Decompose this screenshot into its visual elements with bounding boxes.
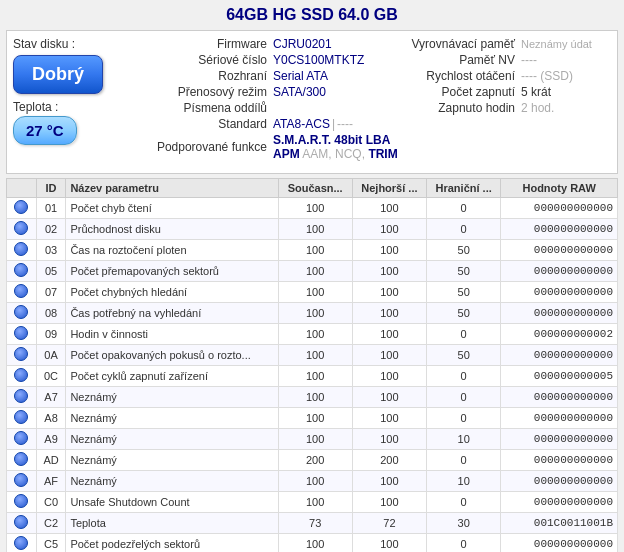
table-row: A8Neznámý1001000000000000000 — [7, 408, 618, 429]
row-worst: 100 — [352, 408, 426, 429]
serial-value: Y0CS100MTKTZ — [273, 53, 364, 67]
row-name: Hodin v činnosti — [66, 324, 278, 345]
status-dot-icon — [14, 368, 28, 382]
table-row: 0APočet opakovaných pokusů o rozto...100… — [7, 345, 618, 366]
row-current: 100 — [278, 282, 352, 303]
row-id: A8 — [36, 408, 66, 429]
row-name: Neznámý — [66, 450, 278, 471]
sup-smart: S.M.A.R.T. — [273, 133, 331, 147]
transfer-row: Přenosový režim SATA/300 — [143, 85, 401, 99]
col-name: Název parametru — [66, 179, 278, 198]
row-current: 100 — [278, 324, 352, 345]
row-current: 100 — [278, 240, 352, 261]
table-row: 03Čas na roztočení ploten100100500000000… — [7, 240, 618, 261]
supported-label: Podporované funkce — [143, 140, 273, 154]
row-id: 02 — [36, 219, 66, 240]
table-row: 08Čas potřebný na vyhledání1001005000000… — [7, 303, 618, 324]
row-dot-cell — [7, 408, 37, 429]
status-dot-icon — [14, 347, 28, 361]
row-name: Teplota — [66, 513, 278, 534]
row-current: 100 — [278, 198, 352, 219]
row-current: 100 — [278, 261, 352, 282]
row-dot-cell — [7, 387, 37, 408]
row-dot-cell — [7, 513, 37, 534]
row-name: Počet podezřelých sektorů — [66, 534, 278, 553]
row-raw: 000000000000 — [501, 282, 618, 303]
zapnuto-value: 2 hod. — [521, 101, 554, 115]
standard-row: Standard ATA8-ACS | ---- — [143, 117, 401, 131]
status-dot-icon — [14, 536, 28, 550]
row-id: 08 — [36, 303, 66, 324]
row-dot-cell — [7, 303, 37, 324]
row-thresh: 50 — [427, 303, 501, 324]
vyr-pamet-label: Vyrovnávací paměť — [411, 37, 521, 51]
left-status: Stav disku : Dobrý Teplota : 27 °C — [13, 37, 133, 145]
pocet-zapnuti-label: Počet zapnutí — [411, 85, 521, 99]
status-dot-icon — [14, 494, 28, 508]
row-raw: 000000000000 — [501, 429, 618, 450]
rychlost-row: Rychlost otáčení ---- (SSD) — [411, 69, 611, 83]
row-current: 100 — [278, 303, 352, 324]
rychlost-label: Rychlost otáčení — [411, 69, 521, 83]
sup-48bit: 48bit LBA — [334, 133, 390, 147]
row-name: Neznámý — [66, 429, 278, 450]
row-thresh: 50 — [427, 240, 501, 261]
sup-aam: AAM, — [302, 147, 331, 161]
row-current: 73 — [278, 513, 352, 534]
row-thresh: 50 — [427, 345, 501, 366]
main-container: 64GB HG SSD 64.0 GB Stav disku : Dobrý T… — [0, 0, 624, 552]
row-worst: 200 — [352, 450, 426, 471]
firmware-value: CJRU0201 — [273, 37, 332, 51]
zapnuto-label: Zapnuto hodin — [411, 101, 521, 115]
row-raw: 000000000000 — [501, 219, 618, 240]
teplota-badge: 27 °C — [13, 116, 77, 145]
row-current: 100 — [278, 408, 352, 429]
info-area: Stav disku : Dobrý Teplota : 27 °C Firmw… — [6, 30, 618, 174]
serial-row: Sériové číslo Y0CS100MTKTZ — [143, 53, 401, 67]
row-current: 100 — [278, 345, 352, 366]
row-dot-cell — [7, 429, 37, 450]
row-worst: 100 — [352, 429, 426, 450]
row-current: 100 — [278, 534, 352, 553]
row-name: Počet chyb čtení — [66, 198, 278, 219]
row-raw: 000000000002 — [501, 324, 618, 345]
row-id: AD — [36, 450, 66, 471]
row-name: Počet opakovaných pokusů o rozto... — [66, 345, 278, 366]
status-dot-icon — [14, 263, 28, 277]
row-raw: 000000000000 — [501, 387, 618, 408]
status-dot-icon — [14, 221, 28, 235]
sup-ncq: NCQ, — [335, 147, 365, 161]
row-current: 100 — [278, 429, 352, 450]
row-id: 0A — [36, 345, 66, 366]
row-dot-cell — [7, 471, 37, 492]
disk-title: 64GB HG SSD 64.0 GB — [6, 6, 618, 24]
row-id: 05 — [36, 261, 66, 282]
right-info: Vyrovnávací paměť Neznámy údat Paměť NV … — [411, 37, 611, 117]
row-id: A9 — [36, 429, 66, 450]
status-dot-icon — [14, 305, 28, 319]
col-current: Současn... — [278, 179, 352, 198]
row-thresh: 30 — [427, 513, 501, 534]
row-name: Čas na roztočení ploten — [66, 240, 278, 261]
row-thresh: 0 — [427, 366, 501, 387]
row-raw: 000000000000 — [501, 345, 618, 366]
row-worst: 100 — [352, 261, 426, 282]
row-thresh: 0 — [427, 387, 501, 408]
row-dot-cell — [7, 492, 37, 513]
interface-label: Rozhraní — [143, 69, 273, 83]
row-id: 07 — [36, 282, 66, 303]
pocet-zapnuti-value: 5 krát — [521, 85, 551, 99]
status-dot-icon — [14, 431, 28, 445]
row-raw: 000000000000 — [501, 492, 618, 513]
row-id: 09 — [36, 324, 66, 345]
row-dot-cell — [7, 198, 37, 219]
row-dot-cell — [7, 282, 37, 303]
row-worst: 100 — [352, 534, 426, 553]
row-thresh: 0 — [427, 450, 501, 471]
sup-apm: APM — [273, 147, 300, 161]
row-dot-cell — [7, 261, 37, 282]
row-id: 01 — [36, 198, 66, 219]
table-row: C2Teplota737230001C0011001B — [7, 513, 618, 534]
row-name: Neznámý — [66, 408, 278, 429]
row-worst: 100 — [352, 282, 426, 303]
